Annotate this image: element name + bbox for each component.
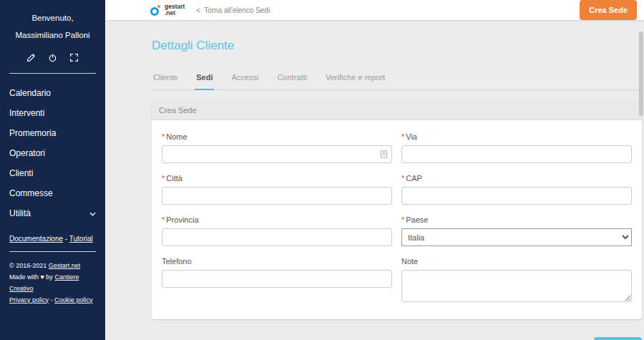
note-textarea[interactable] (401, 270, 632, 302)
required-marker: * (162, 215, 165, 224)
gestart-logo-icon (150, 5, 161, 16)
chevron-down-icon (89, 208, 96, 218)
field-telefono: Telefono (162, 257, 392, 288)
crea-sede-button[interactable]: Crea Sede (580, 0, 637, 20)
field-via: *Via (401, 132, 632, 163)
sidebar-item-utilita[interactable]: Utilità (9, 203, 96, 223)
crea-sede-form: *Nome *Via *Città (152, 120, 642, 319)
field-cap: *CAP (401, 174, 632, 205)
power-logout-icon[interactable] (48, 52, 57, 65)
citta-input[interactable] (162, 187, 392, 205)
privacy-policy-link[interactable]: Privacy policy (9, 296, 49, 303)
welcome-greeting: Benvenuto, (0, 9, 105, 26)
field-nome: *Nome (162, 132, 392, 163)
via-input[interactable] (401, 145, 632, 163)
back-chevron-icon: < (196, 6, 200, 14)
cap-input[interactable] (401, 187, 632, 205)
required-marker: * (401, 215, 404, 224)
sidebar-action-icons (0, 52, 105, 65)
tab-accessi[interactable]: Accessi (230, 69, 260, 89)
credits-line: Made with ♥ by Cantiere Creativo (9, 272, 96, 295)
tab-contratti[interactable]: Contratti (275, 69, 308, 89)
edit-profile-icon[interactable] (26, 52, 36, 65)
brand-link[interactable]: Gestart.net (49, 262, 81, 269)
docs-links: Documentazione - Tutorial (0, 228, 105, 251)
field-paese: *Paese Italia (401, 215, 632, 246)
sidebar-item-interventi[interactable]: Interventi (9, 103, 96, 123)
app-window: Benvenuto, Massimiliano Palloni Calendar… (0, 0, 644, 340)
paese-select[interactable]: Italia (401, 228, 632, 246)
provincia-input[interactable] (162, 228, 392, 246)
scrollbar-thumb[interactable] (639, 31, 643, 116)
tab-bar: Cliente Sedi Accessi Contratti Verifiche… (152, 69, 642, 90)
tab-sedi[interactable]: Sedi (195, 69, 214, 90)
gestart-logo[interactable]: gestart .net (150, 4, 185, 17)
tab-cliente[interactable]: Cliente (152, 69, 179, 89)
sidebar-item-operatori[interactable]: Operatori (9, 143, 96, 163)
sidebar-item-commesse[interactable]: Commesse (9, 183, 96, 203)
telefono-input[interactable] (162, 270, 392, 288)
sidebar-item-calendario[interactable]: Calendario (9, 83, 96, 103)
card-title: Crea Sede (152, 101, 642, 120)
tutorial-link[interactable]: Tutorial (69, 235, 93, 243)
ulteriori-informazioni-section: Ulteriori informazioni Aggiungi (152, 337, 642, 340)
topbar: gestart .net < Torna all'elenco Sedi Cre… (105, 0, 644, 20)
sidebar-footer: © 2016-2021 Gestart.net Made with ♥ by C… (0, 252, 105, 314)
aggiungi-button[interactable]: Aggiungi (594, 337, 642, 340)
welcome-username: Massimiliano Palloni (0, 26, 105, 44)
address-book-icon[interactable] (380, 148, 388, 161)
copyright-line: © 2016-2021 Gestart.net (9, 261, 96, 272)
back-to-sedi-link[interactable]: < Torna all'elenco Sedi (196, 6, 270, 14)
fullscreen-icon[interactable] (69, 52, 79, 65)
sidebar-item-clienti[interactable]: Clienti (9, 163, 96, 183)
field-citta: *Città (162, 174, 392, 205)
page-title: Dettagli Cliente (152, 39, 642, 53)
sidebar: Benvenuto, Massimiliano Palloni Calendar… (0, 0, 105, 340)
required-marker: * (162, 174, 165, 183)
scrollbar-track[interactable] (638, 29, 644, 340)
gestart-logo-text: gestart .net (165, 4, 185, 17)
field-note: Note (401, 257, 632, 305)
documentation-link[interactable]: Documentazione (9, 235, 63, 243)
required-marker: * (401, 174, 404, 183)
nome-input[interactable] (162, 145, 392, 163)
field-provincia: *Provincia (162, 215, 392, 246)
crea-sede-card: Crea Sede *Nome *Via (152, 101, 642, 319)
tab-verifiche-e-report[interactable]: Verifiche e report (324, 69, 386, 89)
policies-line: Privacy policy - Cookie policy (9, 295, 96, 306)
sidebar-item-promemoria[interactable]: Promemoria (9, 123, 96, 143)
welcome-block: Benvenuto, Massimiliano Palloni (0, 9, 105, 44)
required-marker: * (401, 132, 404, 141)
sidebar-menu: Calendario Interventi Promemoria Operato… (0, 74, 105, 228)
main-area: gestart .net < Torna all'elenco Sedi Cre… (105, 0, 644, 340)
cookie-policy-link[interactable]: Cookie policy (54, 296, 93, 303)
required-marker: * (162, 132, 165, 141)
page-content: Dettagli Cliente Cliente Sedi Accessi Co… (105, 20, 644, 340)
